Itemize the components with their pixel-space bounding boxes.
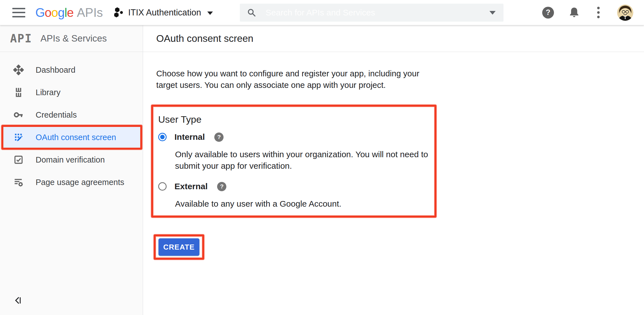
radio-option-internal[interactable]: Internal ? bbox=[158, 132, 429, 142]
annotation-box-user-type: User Type Internal ? Only available to u… bbox=[151, 105, 436, 218]
sidebar-item-credentials[interactable]: Credentials bbox=[0, 104, 143, 126]
sidebar-item-label: OAuth consent screen bbox=[36, 133, 116, 142]
checkbox-check-icon bbox=[13, 154, 24, 165]
search-dropdown-chevron-icon[interactable] bbox=[489, 11, 496, 15]
logo-letter: o bbox=[45, 6, 51, 20]
logo-letter: e bbox=[67, 6, 73, 20]
project-selector[interactable]: ITIX Authentication bbox=[114, 7, 213, 18]
logo-suffix: APIs bbox=[77, 6, 103, 20]
oauth-consent-icon bbox=[13, 132, 24, 143]
sidebar-item-page-usage-agreements[interactable]: Page usage agreements bbox=[0, 171, 143, 193]
sidebar-nav: Dashboard Library bbox=[0, 52, 143, 193]
main-panel: OAuth consent screen Choose how you want… bbox=[143, 25, 644, 315]
main-titlebar: OAuth consent screen bbox=[143, 25, 644, 52]
logo-letter: g bbox=[58, 6, 64, 20]
sidebar: API APIs & Services Dashboard bbox=[0, 25, 143, 315]
key-icon bbox=[13, 109, 24, 120]
collapse-sidebar-icon[interactable] bbox=[13, 295, 23, 307]
sidebar-item-library[interactable]: Library bbox=[0, 81, 143, 104]
user-type-heading: User Type bbox=[158, 114, 429, 125]
hamburger-menu-icon[interactable] bbox=[12, 8, 25, 17]
annotation-box-sidebar: OAuth consent screen bbox=[1, 125, 142, 150]
intro-text: Choose how you want to configure and reg… bbox=[156, 68, 433, 91]
radio-selected-icon[interactable] bbox=[158, 133, 167, 141]
logo-letter: G bbox=[35, 6, 45, 20]
radio-option-label: External bbox=[174, 182, 208, 191]
notifications-bell-icon[interactable] bbox=[569, 6, 580, 19]
sidebar-header: API APIs & Services bbox=[0, 25, 143, 52]
chevron-down-icon bbox=[207, 12, 213, 15]
logo-letter: l bbox=[65, 6, 67, 20]
sidebar-item-label: Page usage agreements bbox=[36, 178, 124, 187]
help-icon[interactable]: ? bbox=[542, 7, 554, 19]
annotation-box-create: CREATE bbox=[154, 234, 204, 260]
radio-option-label: Internal bbox=[174, 132, 205, 142]
project-hexagons-icon bbox=[114, 7, 124, 18]
sidebar-item-label: Library bbox=[36, 88, 61, 97]
account-avatar[interactable] bbox=[617, 4, 633, 21]
sidebar-item-label: Credentials bbox=[36, 110, 77, 120]
search-bar[interactable] bbox=[240, 4, 503, 22]
radio-unselected-icon[interactable] bbox=[158, 182, 167, 191]
help-icon[interactable]: ? bbox=[217, 182, 226, 191]
radio-option-description: Available to any user with a Google Acco… bbox=[175, 198, 444, 209]
api-logo: API bbox=[10, 32, 32, 45]
search-icon bbox=[247, 8, 256, 17]
help-icon[interactable]: ? bbox=[214, 133, 224, 142]
radio-option-description: Only available to users within your orga… bbox=[175, 149, 444, 172]
create-button[interactable]: CREATE bbox=[158, 238, 199, 256]
dashboard-icon bbox=[13, 65, 24, 75]
sidebar-item-label: Domain verification bbox=[36, 155, 105, 165]
search-input[interactable] bbox=[266, 8, 487, 17]
page-title: OAuth consent screen bbox=[156, 33, 253, 44]
sidebar-item-domain-verification[interactable]: Domain verification bbox=[0, 149, 143, 171]
sidebar-item-oauth-consent-screen[interactable]: OAuth consent screen bbox=[3, 127, 140, 148]
library-icon bbox=[13, 87, 24, 98]
overflow-menu-icon[interactable] bbox=[594, 6, 602, 19]
sidebar-item-dashboard[interactable]: Dashboard bbox=[0, 59, 143, 81]
list-gear-icon bbox=[13, 177, 24, 188]
project-name: ITIX Authentication bbox=[128, 8, 201, 18]
logo-letter: o bbox=[51, 6, 58, 20]
sidebar-title: APIs & Services bbox=[40, 33, 107, 44]
sidebar-item-label: Dashboard bbox=[36, 65, 75, 75]
top-app-bar: Google APIs ITIX Authentication ? bbox=[0, 0, 644, 25]
google-apis-logo[interactable]: Google APIs bbox=[35, 6, 103, 20]
header-actions: ? bbox=[542, 4, 633, 21]
radio-option-external[interactable]: External ? bbox=[158, 182, 429, 191]
